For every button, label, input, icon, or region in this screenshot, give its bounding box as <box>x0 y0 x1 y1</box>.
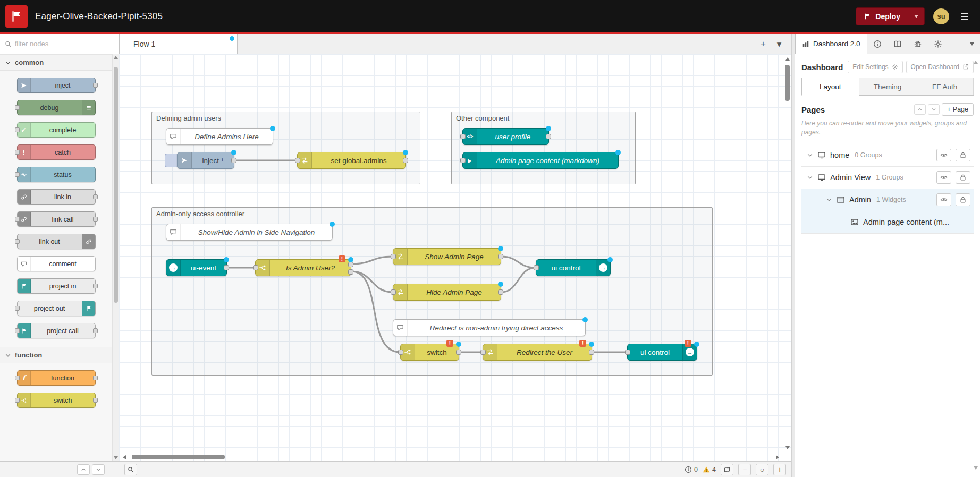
node-ui-template-user-profile[interactable]: </> user profile <box>462 128 549 145</box>
collapse-pages-button[interactable] <box>914 104 926 115</box>
palette-collapse-all-button[interactable] <box>77 464 90 475</box>
input-port[interactable] <box>480 350 486 355</box>
tree-row-admin-page-content-widget[interactable]: Admin page content (m... <box>801 211 974 234</box>
output-port[interactable] <box>498 254 503 259</box>
node-ui-template-admin-page-content[interactable]: ▶ Admin page content (markdown) <box>462 152 619 169</box>
palette-category-function[interactable]: function <box>0 347 112 363</box>
input-port[interactable] <box>253 265 258 270</box>
palette-category-common[interactable]: common <box>0 54 112 71</box>
canvas-vertical-scrollbar[interactable] <box>783 54 791 453</box>
node-ui-control-2[interactable]: → ui control ! <box>627 344 697 361</box>
canvas-horizontal-scrollbar[interactable] <box>119 453 783 461</box>
tree-row-home[interactable]: home 0 Groups <box>801 144 974 167</box>
palette-node-comment[interactable]: comment <box>17 256 96 271</box>
sidebar-tab-help[interactable] <box>888 34 908 54</box>
wire[interactable] <box>351 271 400 352</box>
visibility-button[interactable] <box>936 149 951 161</box>
visibility-button[interactable] <box>936 171 951 184</box>
add-page-button[interactable]: + Page <box>942 103 974 116</box>
canvas-search-button[interactable] <box>124 464 137 475</box>
node-ui-control-1[interactable]: → ui control <box>536 259 611 276</box>
info-count[interactable]: 0 <box>685 466 698 473</box>
warning-count[interactable]: 4 <box>703 466 716 473</box>
wire[interactable] <box>501 257 536 268</box>
node-change-show-admin-page[interactable]: Show Admin Page <box>393 248 501 265</box>
scroll-down-icon[interactable] <box>113 455 119 461</box>
chevron-down-icon[interactable] <box>826 197 832 203</box>
palette-node-function[interactable]: f function <box>17 370 96 386</box>
chevron-down-icon[interactable] <box>807 174 813 181</box>
output-port-2[interactable] <box>348 269 353 275</box>
palette-node-project-out[interactable]: project out <box>17 301 96 316</box>
output-port-1[interactable] <box>348 262 353 267</box>
flowfuse-logo-icon[interactable] <box>5 5 28 28</box>
tree-row-admin-view[interactable]: Admin View 1 Groups <box>801 167 974 189</box>
palette-node-project-in[interactable]: project in <box>17 278 96 294</box>
navigator-toggle-button[interactable] <box>721 464 733 475</box>
palette-node-status[interactable]: status <box>17 167 96 182</box>
output-port[interactable] <box>403 158 408 163</box>
output-port[interactable] <box>231 158 236 163</box>
scroll-right-icon[interactable] <box>774 454 781 461</box>
input-port[interactable] <box>391 254 396 259</box>
subtab-theming[interactable]: Theming <box>859 78 917 95</box>
vertical-scroll-thumb[interactable] <box>785 65 790 101</box>
sidebar-scroll-up-icon[interactable] <box>973 57 978 67</box>
deploy-options-caret[interactable] <box>908 8 924 25</box>
palette-node-link-out[interactable]: link out <box>17 234 96 249</box>
deploy-button-main[interactable]: Deploy <box>856 8 908 25</box>
node-comment-show-hide-admin[interactable]: Show/Hide Admin in Side Navigation <box>166 224 333 241</box>
node-comment-define-admins[interactable]: Define Admins Here <box>166 128 273 145</box>
output-port[interactable] <box>498 289 503 295</box>
scroll-up-icon[interactable] <box>113 54 119 61</box>
node-change-redirect-the-user[interactable]: Redirect the User ! <box>483 344 592 361</box>
expand-pages-button[interactable] <box>928 104 940 115</box>
zoom-out-button[interactable]: − <box>738 464 751 475</box>
palette-node-link-in[interactable]: link in <box>17 189 96 205</box>
node-change-set-global-admins[interactable]: set global.admins <box>297 152 406 169</box>
sidebar-scroll-down-icon[interactable] <box>973 463 978 473</box>
scroll-left-icon[interactable] <box>121 454 128 461</box>
output-port[interactable] <box>589 350 594 355</box>
palette-node-inject[interactable]: inject <box>17 78 96 93</box>
node-ui-event[interactable]: → ui-event <box>166 259 227 276</box>
input-port[interactable] <box>391 289 396 295</box>
output-port[interactable] <box>456 350 461 355</box>
flow-tab[interactable]: Flow 1 <box>119 34 238 54</box>
zoom-reset-button[interactable]: ○ <box>756 464 768 475</box>
zoom-in-button[interactable]: + <box>773 464 786 475</box>
palette-filter-input[interactable] <box>15 40 114 48</box>
subtab-ff-auth[interactable]: FF Auth <box>916 78 974 95</box>
deploy-button[interactable]: Deploy <box>856 7 925 25</box>
palette-node-project-call[interactable]: project call <box>17 323 96 338</box>
input-port[interactable] <box>398 350 403 355</box>
visibility-button[interactable] <box>936 193 951 206</box>
scroll-up-icon[interactable] <box>784 56 791 62</box>
node-switch-is-admin-user[interactable]: Is Admin User? ! <box>255 259 351 276</box>
flow-list-caret[interactable]: ▾ <box>772 38 786 50</box>
wire[interactable] <box>501 268 536 292</box>
lock-button[interactable] <box>956 193 970 206</box>
chevron-down-icon[interactable] <box>807 152 813 158</box>
wire[interactable] <box>351 271 393 292</box>
node-comment-redirect-non-admin[interactable]: Redirect is non-admin trying direct acce… <box>393 319 586 336</box>
palette-node-debug[interactable]: debug <box>17 100 96 115</box>
tree-row-admin-group[interactable]: Admin 1 Widgets <box>801 189 974 211</box>
edit-settings-button[interactable]: Edit Settings <box>848 61 902 73</box>
input-port[interactable] <box>460 158 466 163</box>
scroll-down-icon[interactable] <box>784 445 791 451</box>
main-menu-icon[interactable] <box>958 10 971 23</box>
sidebar-tab-dashboard[interactable]: Dashboard 2.0 <box>795 34 867 54</box>
horizontal-scroll-thumb[interactable] <box>132 455 225 459</box>
lock-button[interactable] <box>956 171 970 184</box>
lock-button[interactable] <box>956 149 970 161</box>
open-dashboard-button[interactable]: Open Dashboard <box>906 61 974 73</box>
sidebar-tab-list-caret[interactable] <box>964 34 980 54</box>
sidebar-splitter[interactable] <box>791 34 795 477</box>
input-port[interactable] <box>460 134 466 139</box>
palette-scrollbar[interactable] <box>112 54 119 461</box>
input-port[interactable] <box>625 350 630 355</box>
node-inject[interactable]: inject ¹ <box>177 152 234 169</box>
palette-node-catch[interactable]: ! catch <box>17 144 96 160</box>
sidebar-tab-debug[interactable] <box>908 34 928 54</box>
